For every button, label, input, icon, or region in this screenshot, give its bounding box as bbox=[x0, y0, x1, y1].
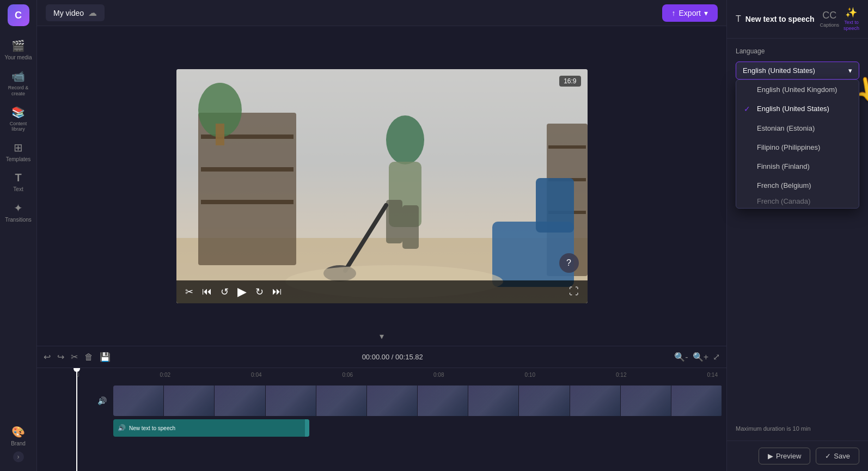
svg-rect-15 bbox=[402, 205, 419, 249]
ruler-mark-6: 0:12 bbox=[616, 372, 626, 378]
export-chevron-icon: ▾ bbox=[704, 9, 708, 17]
content-library-icon: 📚 bbox=[11, 106, 25, 119]
language-select[interactable]: English (United States) ▾ bbox=[736, 62, 859, 79]
sidebar-item-your-media[interactable]: 🎬 Your media bbox=[0, 35, 36, 65]
sidebar-label-templates: Templates bbox=[6, 156, 31, 163]
panel-footer: ▶ Preview ✓ Save bbox=[727, 441, 868, 471]
templates-icon: ⊞ bbox=[14, 141, 23, 154]
preview-button[interactable]: ▶ Preview bbox=[759, 448, 810, 464]
zoom-controls: 🔍- 🔍+ ⤢ bbox=[674, 352, 720, 362]
thumb-cell-11 bbox=[621, 386, 671, 416]
brand-icon: 🎨 bbox=[11, 425, 25, 438]
time-display: 00:00.00 / 00:15.82 bbox=[362, 353, 423, 361]
max-duration-note: Maximum duration is 10 min bbox=[736, 421, 859, 432]
save-media-button[interactable]: 💾 bbox=[100, 352, 111, 362]
right-panel: T New text to speech CC Captions ✨ Text … bbox=[726, 0, 868, 471]
skip-back-button[interactable]: ⏮ bbox=[202, 286, 212, 297]
preview-label: Preview bbox=[776, 452, 801, 460]
aspect-ratio-badge: 16:9 bbox=[559, 76, 580, 87]
text-icon: T bbox=[15, 172, 21, 184]
cut-button[interactable]: ✂ bbox=[71, 352, 78, 362]
sidebar-item-content-library[interactable]: 📚 Contentlibrary bbox=[0, 101, 36, 137]
sidebar-item-brand-kit[interactable]: 🎨 Brand bbox=[0, 421, 36, 451]
check-empty-icon-6 bbox=[744, 197, 753, 205]
dropdown-label-french-ca: French (Canada) bbox=[757, 197, 810, 205]
skip-forward-button[interactable]: ⏭ bbox=[272, 286, 282, 297]
tts-track-resize-handle[interactable] bbox=[305, 419, 309, 437]
dropdown-label-filipino: Filipino (Philippines) bbox=[757, 143, 820, 151]
zoom-in-button[interactable]: 🔍+ bbox=[693, 352, 708, 362]
thumb-cell-1 bbox=[113, 386, 164, 416]
ruler-mark-4: 0:08 bbox=[433, 372, 444, 378]
captions-label: Captions bbox=[820, 22, 839, 28]
sidebar-expand-btn[interactable]: › bbox=[13, 451, 24, 462]
tts-volume-icon: 🔊 bbox=[118, 424, 126, 432]
cloud-icon: ☁ bbox=[88, 8, 97, 18]
sidebar-item-transitions[interactable]: ✦ Transitions bbox=[0, 197, 36, 228]
check-empty-icon-5 bbox=[744, 181, 753, 189]
cut-icon-btn[interactable]: ✂ bbox=[185, 286, 193, 298]
sidebar-label-your-media: Your media bbox=[4, 54, 32, 61]
dropdown-item-english-uk[interactable]: English (United Kingdom) bbox=[736, 80, 859, 99]
dropdown-item-estonian[interactable]: Estonian (Estonia) bbox=[736, 119, 859, 138]
time-separator: / bbox=[392, 353, 395, 361]
tts-panel-label: Text tospeech bbox=[843, 20, 859, 32]
export-label: Export bbox=[679, 9, 701, 17]
ruler-mark-2: 0:04 bbox=[251, 372, 261, 378]
tts-track[interactable]: 🔊 New text to speech bbox=[113, 419, 309, 437]
text-to-speech-panel-button[interactable]: ✨ Text tospeech bbox=[843, 7, 859, 32]
panel-actions: CC Captions ✨ Text tospeech bbox=[820, 7, 859, 32]
video-track bbox=[113, 386, 722, 416]
topbar: My video ☁ ↑ Export ▾ bbox=[37, 0, 726, 26]
sidebar-item-record-create[interactable]: 📹 Record &create bbox=[0, 65, 36, 101]
selected-language-text: English (United States) bbox=[743, 66, 815, 75]
video-content bbox=[176, 69, 588, 303]
export-button[interactable]: ↑ Export ▾ bbox=[662, 4, 718, 22]
timeline-tracks: 🔊 bbox=[37, 381, 726, 441]
fit-button[interactable]: ⤢ bbox=[713, 352, 720, 362]
rewind-button[interactable]: ↺ bbox=[221, 286, 229, 298]
video-area: 16:9 ? ✂ ⏮ ↺ ▶ ↻ ⏭ ⛶ ▾ bbox=[37, 26, 726, 346]
panel-header: T New text to speech CC Captions ✨ Text … bbox=[727, 0, 868, 39]
ruler-mark-7: 0:14 bbox=[707, 372, 717, 378]
thumb-cell-12 bbox=[671, 386, 722, 416]
dropdown-item-french-be[interactable]: French (Belgium) bbox=[736, 176, 859, 195]
undo-button[interactable]: ↩ bbox=[44, 352, 51, 362]
save-button[interactable]: ✓ Save bbox=[816, 448, 859, 464]
help-button[interactable]: ? bbox=[559, 253, 579, 273]
video-controls: ✂ ⏮ ↺ ▶ ↻ ⏭ ⛶ bbox=[176, 280, 588, 303]
zoom-out-button[interactable]: 🔍- bbox=[674, 352, 688, 362]
fast-forward-button[interactable]: ↻ bbox=[255, 286, 264, 298]
volume-icon: 🔊 bbox=[97, 396, 107, 405]
dropdown-item-french-ca[interactable]: French (Canada) bbox=[736, 195, 859, 208]
annotation-1: 👆 1 bbox=[854, 0, 868, 2]
delete-button[interactable]: 🗑 bbox=[84, 352, 93, 362]
panel-collapse-icon[interactable]: ▾ bbox=[380, 331, 384, 341]
ruler-mark-5: 0:10 bbox=[525, 372, 535, 378]
panel-body: Language English (United States) ▾ Engli… bbox=[727, 39, 868, 441]
fullscreen-button[interactable]: ⛶ bbox=[569, 286, 579, 297]
redo-button[interactable]: ↪ bbox=[57, 352, 64, 362]
transitions-icon: ✦ bbox=[14, 201, 23, 215]
video-preview: 16:9 ? ✂ ⏮ ↺ ▶ ↻ ⏭ ⛶ bbox=[176, 69, 588, 303]
sidebar-item-text[interactable]: T Text bbox=[0, 167, 36, 197]
timeline-playhead[interactable] bbox=[76, 368, 77, 471]
timeline-area: ↩ ↪ ✂ 🗑 💾 00:00.00 / 00:15.82 🔍- 🔍+ ⤢ 0 … bbox=[37, 346, 726, 471]
video-title[interactable]: My video ☁ bbox=[46, 4, 105, 21]
sidebar-label-transitions: Transitions bbox=[5, 217, 32, 223]
svg-rect-9 bbox=[548, 145, 586, 149]
sidebar-item-templates[interactable]: ⊞ Templates bbox=[0, 137, 36, 167]
play-button[interactable]: ▶ bbox=[237, 285, 247, 299]
thumb-cell-9 bbox=[519, 386, 570, 416]
dropdown-item-english-us[interactable]: ✓ English (United States) bbox=[736, 99, 859, 119]
thumb-cell-8 bbox=[468, 386, 519, 416]
language-dropdown: English (United Kingdom) ✓ English (Unit… bbox=[736, 79, 859, 209]
captions-button[interactable]: CC Captions bbox=[820, 10, 839, 28]
app-logo[interactable]: C bbox=[8, 4, 29, 26]
dropdown-label-estonian: Estonian (Estonia) bbox=[757, 124, 815, 132]
thumb-cell-2 bbox=[164, 386, 215, 416]
dropdown-item-filipino[interactable]: Filipino (Philippines) bbox=[736, 138, 859, 157]
dropdown-item-finnish[interactable]: Finnish (Finland) bbox=[736, 157, 859, 176]
total-time: 00:15.82 bbox=[395, 353, 423, 361]
check-empty-icon-4 bbox=[744, 162, 753, 170]
